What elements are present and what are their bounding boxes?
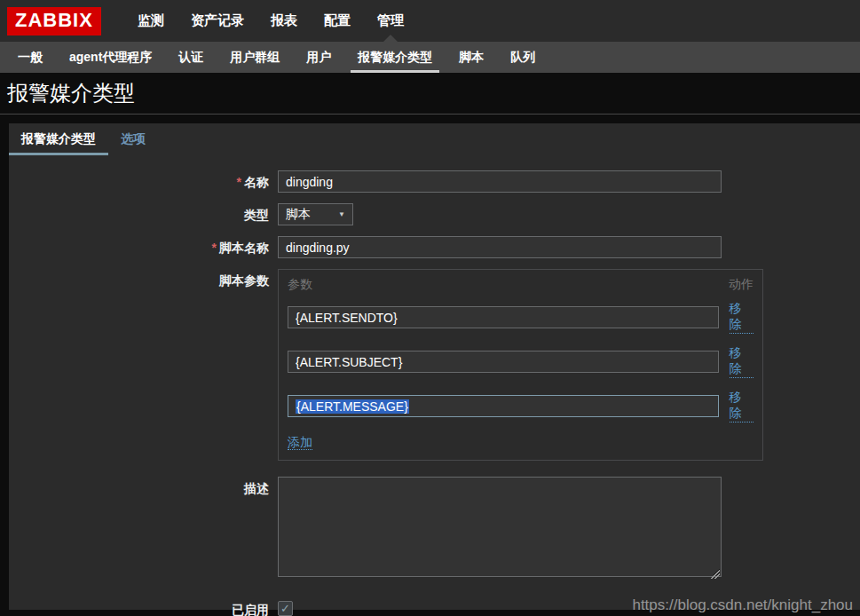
script-name-row: *脚本名称 xyxy=(9,236,860,258)
subnav-item-user-groups[interactable]: 用户群组 xyxy=(223,42,287,73)
top-nav: 监测 资产记录 报表 配置 管理 xyxy=(124,0,417,42)
subnav-item-scripts[interactable]: 脚本 xyxy=(452,42,491,73)
action-column-header: 动作 xyxy=(729,277,753,293)
name-input[interactable] xyxy=(278,170,722,193)
description-textarea[interactable] xyxy=(278,477,722,577)
topnav-item-reports[interactable]: 报表 xyxy=(257,0,311,42)
type-select-value: 脚本 xyxy=(286,207,311,223)
subnav-item-queue[interactable]: 队列 xyxy=(503,42,542,73)
description-textarea-wrap xyxy=(278,477,722,580)
script-params-row: 脚本参数 参数 动作 移除 移除 {ALERT.MESSAGE} xyxy=(9,269,860,461)
type-row: 类型 脚本 ▼ xyxy=(9,203,860,225)
form-tabs: 报警媒介类型 选项 xyxy=(9,123,860,155)
media-type-form-panel: 报警媒介类型 选项 *名称 类型 脚本 ▼ *脚本名称 脚本 xyxy=(9,123,860,610)
subnav-item-general[interactable]: 一般 xyxy=(11,42,50,73)
table-row: {ALERT.MESSAGE} 移除 xyxy=(288,390,753,423)
admin-sub-navigation-bar: 一般 agent代理程序 认证 用户群组 用户 报警媒介类型 脚本 队列 xyxy=(0,42,860,73)
table-row: 移除 xyxy=(288,345,753,378)
topnav-item-configuration[interactable]: 配置 xyxy=(311,0,364,42)
remove-link[interactable]: 移除 xyxy=(730,345,753,378)
param-input-message[interactable]: {ALERT.MESSAGE} xyxy=(288,395,719,417)
required-asterisk: * xyxy=(237,175,241,189)
remove-link[interactable]: 移除 xyxy=(730,301,753,334)
add-link[interactable]: 添加 xyxy=(288,435,312,450)
topnav-item-monitoring[interactable]: 监测 xyxy=(124,0,178,42)
tab-options[interactable]: 选项 xyxy=(108,123,158,155)
tab-media-type[interactable]: 报警媒介类型 xyxy=(9,123,108,155)
subnav-item-proxies[interactable]: agent代理程序 xyxy=(62,42,159,73)
chevron-down-icon: ▼ xyxy=(338,210,345,218)
csdn-watermark: https://blog.csdn.net/knight_zhou xyxy=(632,596,853,614)
name-label: *名称 xyxy=(9,170,269,193)
type-label: 类型 xyxy=(9,203,269,225)
top-navigation-bar: ZABBIX 监测 资产记录 报表 配置 管理 xyxy=(0,0,860,42)
script-params-label: 脚本参数 xyxy=(9,269,269,461)
script-name-label: *脚本名称 xyxy=(9,236,269,258)
enabled-checkbox[interactable]: ✓ xyxy=(278,601,293,616)
topnav-item-administration[interactable]: 管理 xyxy=(364,0,417,42)
type-select[interactable]: 脚本 ▼ xyxy=(278,203,353,225)
subnav-item-users[interactable]: 用户 xyxy=(299,42,338,73)
param-input-sendto[interactable] xyxy=(288,306,719,328)
table-row: 移除 xyxy=(288,301,753,334)
page-title: 报警媒介类型 xyxy=(7,79,135,107)
script-params-header: 参数 动作 xyxy=(288,277,753,293)
param-column-header: 参数 xyxy=(288,277,312,293)
zabbix-logo[interactable]: ZABBIX xyxy=(7,7,101,36)
name-row: *名称 xyxy=(9,170,860,193)
subnav-item-authentication[interactable]: 认证 xyxy=(171,42,210,73)
checkmark-icon: ✓ xyxy=(280,602,290,615)
title-band: 报警媒介类型 xyxy=(0,73,860,115)
subnav-item-media-types[interactable]: 报警媒介类型 xyxy=(351,42,439,73)
script-name-input[interactable] xyxy=(278,236,722,258)
description-row: 描述 xyxy=(9,477,860,580)
script-params-table: 参数 动作 移除 移除 {ALERT.MESSAGE} 移除 xyxy=(278,269,763,461)
media-type-form: *名称 类型 脚本 ▼ *脚本名称 脚本参数 参数 动作 xyxy=(9,155,860,616)
selected-text: {ALERT.MESSAGE} xyxy=(296,399,409,414)
description-label: 描述 xyxy=(9,477,269,580)
param-input-subject[interactable] xyxy=(288,351,719,373)
required-asterisk: * xyxy=(212,241,217,255)
topnav-item-inventory[interactable]: 资产记录 xyxy=(178,0,257,42)
enabled-label: 已启用 xyxy=(9,598,269,616)
add-row: 添加 xyxy=(288,434,753,451)
remove-link[interactable]: 移除 xyxy=(730,390,753,423)
